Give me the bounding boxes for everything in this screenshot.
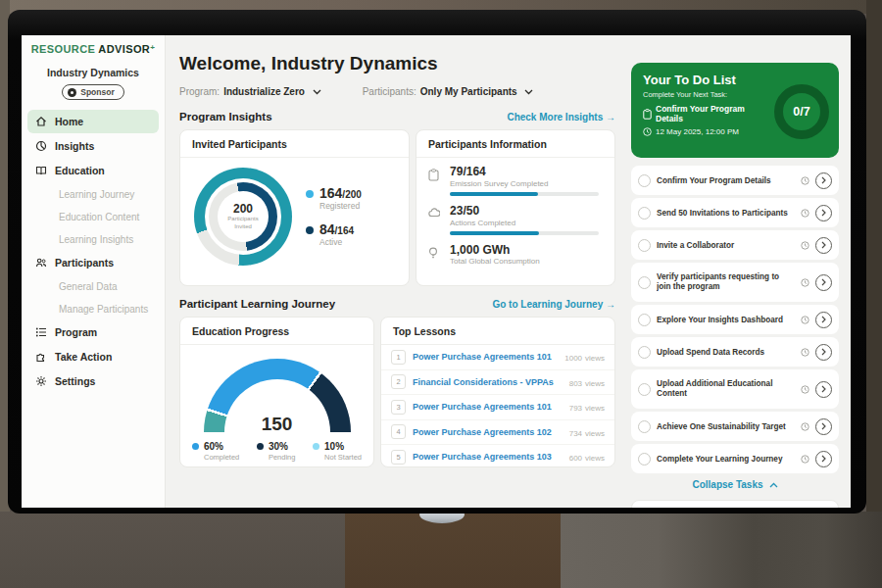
sidebar-item-learning-journey[interactable]: Learning Journey (27, 183, 159, 205)
chevron-right-icon[interactable] (815, 344, 832, 361)
sidebar-item-general-data[interactable]: General Data (27, 275, 159, 297)
sidebar-item-learning-insights[interactable]: Learning Insights (27, 228, 159, 250)
insights-cards-row: Invited Participants 200 Participants In (179, 129, 615, 286)
chevron-right-icon[interactable] (815, 418, 832, 435)
clock-icon (801, 316, 809, 324)
chevron-right-icon[interactable] (815, 451, 832, 467)
sponsor-badge[interactable]: Sponsor (62, 84, 123, 100)
collapse-tasks-link[interactable]: Collapse Tasks (631, 479, 839, 490)
checkbox[interactable] (638, 453, 651, 466)
checkbox[interactable] (638, 207, 651, 220)
card-title: Top Lessons (381, 318, 614, 345)
task-upload-educational-content[interactable]: Upload Additional Educational Content (631, 369, 839, 409)
chevron-right-icon[interactable] (815, 381, 832, 398)
task-confirm-program[interactable]: Confirm Your Program Details (631, 166, 839, 195)
chevron-right-icon[interactable] (815, 172, 832, 189)
rank-badge: 2 (391, 374, 406, 389)
task-upload-spend-data[interactable]: Upload Spend Data Records (631, 337, 839, 367)
monitor-bezel: RESOURCE ADVISOR+ Industry Dynamics Spon… (8, 10, 866, 514)
clock-icon (801, 455, 809, 464)
sidebar-nav: Home Insights Education Learning Journey… (22, 110, 165, 393)
pending-dot-icon (257, 443, 264, 450)
sidebar-item-label: Participants (55, 257, 114, 269)
logo-part1: RESOURCE (31, 43, 96, 55)
checkbox[interactable] (638, 174, 651, 187)
checkbox[interactable] (638, 420, 651, 433)
lesson-row[interactable]: 3 Power Purchase Agreements 101 793 view… (381, 394, 614, 419)
lesson-row[interactable]: 5 Power Purchase Agreements 103 600 view… (381, 444, 614, 467)
program-filter[interactable]: Program:Industrialize Zero (179, 86, 321, 97)
task-complete-learning-journey[interactable]: Complete Your Learning Journey (631, 444, 839, 473)
lesson-link[interactable]: Power Purchase Agreements 101 (413, 352, 558, 362)
todo-summary-card: Your To Do List Complete Your Next Task:… (631, 63, 839, 158)
participants-filter-label: Participants: (363, 86, 416, 97)
chevron-right-icon[interactable] (815, 274, 832, 291)
desk-cabinet (345, 512, 561, 588)
participants-filter[interactable]: Participants:Only My Participants (363, 86, 534, 97)
checkbox[interactable] (638, 383, 651, 396)
sidebar-item-education-content[interactable]: Education Content (27, 206, 159, 227)
sidebar-item-education[interactable]: Education (27, 159, 159, 182)
lesson-link[interactable]: Power Purchase Agreements 102 (413, 427, 563, 437)
legend-pending: 30% Pending (257, 441, 296, 462)
lessons-list: 1 Power Purchase Agreements 101 1000 vie… (381, 345, 614, 467)
clock-icon (643, 127, 652, 136)
task-invite-collaborator[interactable]: Invite a Collaborator (631, 230, 839, 260)
checkbox[interactable] (638, 276, 651, 289)
task-achieve-target[interactable]: Achieve One Sustainability Target (631, 412, 839, 441)
go-to-learning-journey-link[interactable]: Go to Learning Journey → (492, 299, 615, 310)
check-more-insights-link[interactable]: Check More Insights → (507, 112, 615, 122)
task-send-invitations[interactable]: Send 50 Invitations to Participants (631, 198, 839, 227)
sponsor-icon (68, 88, 76, 97)
metric-actions: 23/50 Actions Completed (428, 205, 603, 235)
filter-bar: Program:Industrialize Zero Participants:… (179, 86, 615, 97)
invited-donut-chart: 200 Participants Invited (194, 168, 292, 266)
checkbox[interactable] (638, 346, 651, 359)
sidebar-item-insights[interactable]: Insights (27, 134, 159, 158)
card-title: Invited Participants (180, 130, 409, 158)
sidebar-item-take-action[interactable]: Take Action (27, 345, 159, 368)
todo-subtitle: Complete Your Next Task: (643, 90, 774, 99)
checkbox[interactable] (638, 239, 651, 252)
sidebar-item-label: Home (55, 116, 83, 127)
clipboard-icon (643, 109, 652, 120)
sidebar-item-label: Insights (55, 140, 94, 152)
lesson-link[interactable]: Financial Considerations - VPPAs (413, 377, 563, 387)
lesson-row[interactable]: 2 Financial Considerations - VPPAs 803 v… (381, 369, 614, 395)
emission-progress-bar (450, 192, 599, 196)
not-started-dot-icon (313, 443, 319, 450)
lesson-link[interactable]: Power Purchase Agreements 101 (413, 402, 563, 412)
main-content: Welcome, Industry Dynamics Program:Indus… (166, 35, 623, 508)
task-verify-participants[interactable]: Verify participants requesting to join t… (631, 263, 839, 302)
donut-center-value: 200 (233, 202, 253, 216)
legend-registered: 164/200 Registered (306, 186, 362, 211)
sidebar-item-label: Program (55, 326, 97, 338)
lesson-row[interactable]: 1 Power Purchase Agreements 101 1000 vie… (381, 345, 614, 369)
chevron-right-icon[interactable] (815, 205, 832, 221)
page-title: Welcome, Industry Dynamics (179, 53, 615, 74)
background-bottom-left (0, 512, 345, 588)
sidebar-item-participants[interactable]: Participants (27, 251, 159, 274)
sidebar: RESOURCE ADVISOR+ Industry Dynamics Spon… (22, 35, 166, 508)
clock-icon (801, 348, 809, 357)
settings-gear-icon (35, 375, 47, 387)
sidebar-item-home[interactable]: Home (27, 110, 159, 133)
sidebar-item-settings[interactable]: Settings (27, 369, 159, 393)
todo-due-date: 12 May 2025, 12:00 PM (643, 127, 774, 136)
chevron-right-icon[interactable] (815, 312, 832, 328)
clock-icon (801, 241, 809, 250)
lesson-row[interactable]: 4 Power Purchase Agreements 102 734 view… (381, 419, 614, 445)
clock-icon (801, 422, 809, 431)
sidebar-item-manage-participants[interactable]: Manage Participants (27, 298, 159, 319)
sidebar-item-program[interactable]: Program (27, 320, 159, 344)
insights-icon (35, 140, 47, 152)
task-explore-insights[interactable]: Explore Your Insights Dashboard (631, 305, 839, 334)
arrow-right-icon: → (606, 299, 615, 310)
checkbox[interactable] (638, 314, 651, 326)
sidebar-item-label: Manage Participants (59, 304, 148, 315)
lesson-link[interactable]: Power Purchase Agreements 103 (413, 452, 563, 462)
completed-dot-icon (192, 443, 199, 450)
metric-emission-survey: 79/164 Emission Survey Completed (428, 166, 603, 196)
take-action-icon (35, 351, 47, 363)
chevron-right-icon[interactable] (815, 237, 832, 254)
